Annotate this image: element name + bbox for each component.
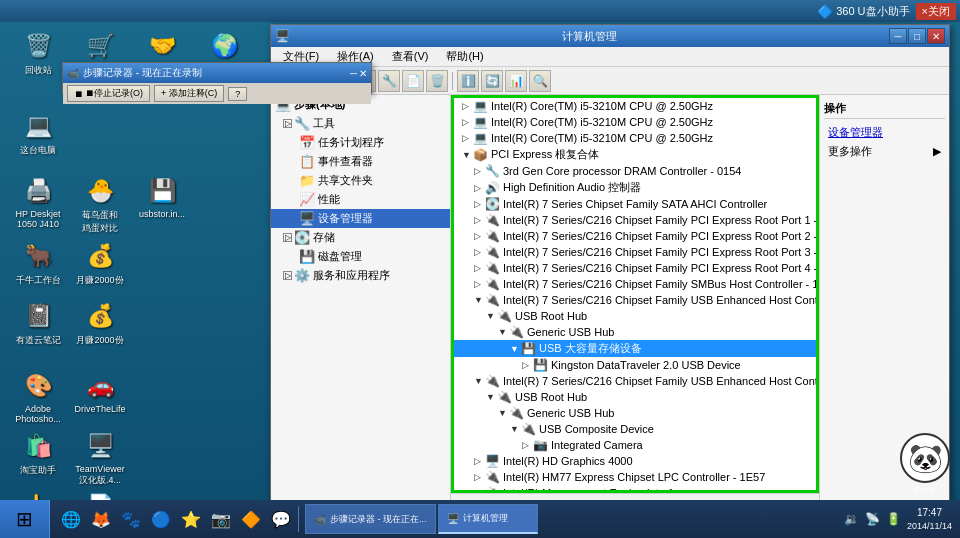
tree-disk-mgmt[interactable]: 💾 磁盘管理	[271, 247, 450, 266]
expand-storage-icon: ▷	[283, 233, 292, 242]
minimize-button[interactable]: ─	[889, 28, 907, 44]
desktop-icon-usb[interactable]: 💾 usbstor.in...	[132, 175, 192, 219]
desktop-icon-hp[interactable]: 🖨️ HP Deskjet1050 J410	[8, 175, 68, 229]
desktop-icon-yue2[interactable]: 💰 月赚2000份	[70, 300, 130, 347]
icon-lpc: 🔌	[485, 470, 500, 484]
desktop-icon-meihua[interactable]: 🐣 莓鸟蛋和鸡蛋对比	[70, 175, 130, 235]
icon-smbus: 🔌	[485, 277, 500, 291]
tree-performance[interactable]: 📈 性能	[271, 190, 450, 209]
desktop-icon-recycle[interactable]: 🗑️ 回收站	[8, 30, 68, 77]
panda-mascot: 🐼 中×半	[900, 433, 950, 498]
device-item-lpc[interactable]: ▷ 🔌 Intel(R) HM77 Express Chipset LPC Co…	[454, 469, 819, 485]
start-button[interactable]: ⊞	[0, 500, 50, 538]
close-button[interactable]: ✕	[927, 28, 945, 44]
desktop-icon-drivelife[interactable]: 🚗 DriveTheLife	[70, 370, 130, 414]
device-item-pcie2[interactable]: ▷ 🔌 Intel(R) 7 Series/C216 Chipset Famil…	[454, 228, 819, 244]
desktop-icon-yue[interactable]: 💰 月赚2000份	[70, 240, 130, 287]
tree-services[interactable]: ▷ ⚙️ 服务和应用程序	[271, 266, 450, 285]
recording-minimize[interactable]: ─	[350, 68, 357, 79]
help-button[interactable]: ?	[228, 87, 247, 101]
arrow-smbus: ▷	[474, 279, 483, 289]
tree-device-manager[interactable]: 🖥️ 设备管理器	[271, 209, 450, 228]
task-icon: 📅	[299, 135, 315, 150]
toolbar-btn-11[interactable]: 🔍	[529, 70, 551, 92]
desktop-icon-taobao[interactable]: 🛍️ 淘宝助手	[8, 430, 68, 477]
maximize-button[interactable]: □	[908, 28, 926, 44]
taskbar-icon-ie[interactable]: 🌐	[58, 506, 84, 532]
recording-close[interactable]: ✕	[359, 68, 367, 79]
device-item-mei[interactable]: ▷ 🔌 Intel(R) Management Engine Interface	[454, 485, 819, 493]
tree-event-viewer[interactable]: 📋 事件查看器	[271, 152, 450, 171]
device-item-audio[interactable]: ▷ 🔊 High Definition Audio 控制器	[454, 179, 819, 196]
device-item-hd4000[interactable]: ▷ 🖥️ Intel(R) HD Graphics 4000	[454, 453, 819, 469]
toolbar-btn-10[interactable]: 📊	[505, 70, 527, 92]
taskbar-icon-app3[interactable]: 📷	[208, 506, 234, 532]
device-item-gen-hub1[interactable]: ▼ 🔌 Generic USB Hub	[454, 324, 819, 340]
icon-mei: 🔌	[485, 486, 500, 493]
taskbar-icon-chrome[interactable]: 🔵	[148, 506, 174, 532]
toolbar-btn-6[interactable]: 📄	[402, 70, 424, 92]
device-item-pcie4[interactable]: ▷ 🔌 Intel(R) 7 Series/C216 Chipset Famil…	[454, 260, 819, 276]
device-item-pcie3[interactable]: ▷ 🔌 Intel(R) 7 Series/C216 Chipset Famil…	[454, 244, 819, 260]
taskbar-icon-app5[interactable]: 💬	[268, 506, 294, 532]
device-item-kingston[interactable]: ▷ 💾 Kingston DataTraveler 2.0 USB Device	[454, 357, 819, 373]
arrow-cpu2: ▷	[462, 117, 471, 127]
taskbar-mgmt-icon: 🖥️	[447, 513, 459, 524]
main-window: 🖥️ 计算机管理 ─ □ ✕ 文件(F) 操作(A) 查看(V) 帮助(H) ⬅…	[270, 24, 950, 514]
window-controls: ─ □ ✕	[889, 28, 945, 44]
toolbar-btn-5[interactable]: 🔧	[378, 70, 400, 92]
taskbar-clock[interactable]: 17:47 2014/11/14	[907, 506, 952, 533]
device-item-cpu2[interactable]: ▷ 💻 Intel(R) Core(TM) i5-3210M CPU @ 2.5…	[454, 114, 819, 130]
device-item-usb-mass[interactable]: ▼ 💾 USB 大容量存储设备	[454, 340, 819, 357]
toolbar-separator-2	[452, 72, 453, 90]
desktop-icon-teamviewer[interactable]: 🖥️ TeamViewer汉化版.4...	[70, 430, 130, 487]
taskbar-recording[interactable]: 📹 步骤记录器 - 现在正在...	[305, 504, 436, 534]
device-item-sata[interactable]: ▷ 💽 Intel(R) 7 Series Chipset Family SAT…	[454, 196, 819, 212]
desktop-icon-photoshop[interactable]: 🎨 AdobePhotosho...	[8, 370, 68, 424]
taskbar-icon-app2[interactable]: ⭐	[178, 506, 204, 532]
device-item-gen-hub2[interactable]: ▼ 🔌 Generic USB Hub	[454, 405, 819, 421]
toolbar-btn-9[interactable]: 🔄	[481, 70, 503, 92]
toolbar-btn-7[interactable]: 🗑️	[426, 70, 448, 92]
device-item-cpu1[interactable]: ▷ 💻 Intel(R) Core(TM) i5-3210M CPU @ 2.5…	[454, 98, 819, 114]
desktop-icon-pc[interactable]: 💻 这台电脑	[8, 110, 68, 157]
toolbar-btn-8[interactable]: ℹ️	[457, 70, 479, 92]
top-bar-close-button[interactable]: ×关闭	[916, 3, 956, 20]
icon-kingston: 💾	[533, 358, 548, 372]
device-item-usb-root1[interactable]: ▼ 🔌 USB Root Hub	[454, 308, 819, 324]
recording-window: 📹 步骤记录器 - 现在正在录制 ─ ✕ ⏹ ⏹停止记录(O) + 添加注释(C…	[62, 62, 372, 94]
device-item-usb-ehc1[interactable]: ▼ 🔌 Intel(R) 7 Series/C216 Chipset Famil…	[454, 292, 819, 308]
desktop-icon-youdao[interactable]: 📓 有道云笔记	[8, 300, 68, 347]
action-device-manager[interactable]: 设备管理器	[824, 123, 945, 142]
device-item-cpu3[interactable]: ▷ 💻 Intel(R) Core(TM) i5-3210M CPU @ 2.5…	[454, 130, 819, 146]
icon-usb-comp: 🔌	[521, 422, 536, 436]
device-tree-area[interactable]: ▷ 💻 Intel(R) Core(TM) i5-3210M CPU @ 2.5…	[451, 95, 819, 493]
device-item-usb-comp[interactable]: ▼ 🔌 USB Composite Device	[454, 421, 819, 437]
taskbar-icon-app1[interactable]: 🐾	[118, 506, 144, 532]
action-more-actions[interactable]: 更多操作 ▶	[824, 142, 945, 161]
menu-view[interactable]: 查看(V)	[384, 48, 437, 65]
icon-sata: 💽	[485, 197, 500, 211]
add-comment-button[interactable]: + 添加注释(C)	[154, 85, 224, 102]
arrow-hd4000: ▷	[474, 456, 483, 466]
taskbar-icon-app4[interactable]: 🔶	[238, 506, 264, 532]
taskbar-icon-firefox[interactable]: 🦊	[88, 506, 114, 532]
device-item-dram[interactable]: ▷ 🔧 3rd Gen Core processor DRAM Controll…	[454, 163, 819, 179]
tree-task-scheduler[interactable]: 📅 任务计划程序	[271, 133, 450, 152]
desktop-icon-qianjin[interactable]: 🐂 千牛工作台	[8, 240, 68, 287]
device-item-smbus[interactable]: ▷ 🔌 Intel(R) 7 Series/C216 Chipset Famil…	[454, 276, 819, 292]
icon-usb-mass: 💾	[521, 342, 536, 356]
tree-shared-folders[interactable]: 📁 共享文件夹	[271, 171, 450, 190]
tree-tools[interactable]: ▷ 🔧 工具	[271, 114, 450, 133]
menu-help[interactable]: 帮助(H)	[438, 48, 491, 65]
device-item-camera[interactable]: ▷ 📷 Integrated Camera	[454, 437, 819, 453]
taskbar-computer-mgmt[interactable]: 🖥️ 计算机管理	[438, 504, 538, 534]
tree-storage[interactable]: ▷ 💽 存储	[271, 228, 450, 247]
stop-record-button[interactable]: ⏹ ⏹停止记录(O)	[67, 85, 150, 102]
device-item-pcie1[interactable]: ▷ 🔌 Intel(R) 7 Series/C216 Chipset Famil…	[454, 212, 819, 228]
icon-cpu3: 💻	[473, 131, 488, 145]
device-item-usb-root2[interactable]: ▼ 🔌 USB Root Hub	[454, 389, 819, 405]
tray-icon-1: 🔉	[844, 512, 859, 526]
device-item-usb-ehc2[interactable]: ▼ 🔌 Intel(R) 7 Series/C216 Chipset Famil…	[454, 373, 819, 389]
device-item-pci[interactable]: ▼ 📦 PCI Express 根复合体	[454, 146, 819, 163]
